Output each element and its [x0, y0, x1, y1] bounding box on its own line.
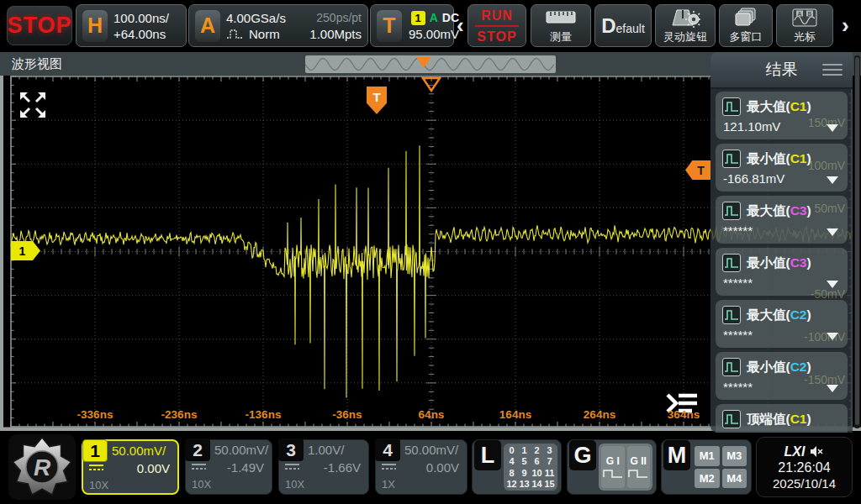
acquire-icon: A: [195, 10, 220, 42]
acquire-mode: Norm: [249, 26, 280, 42]
measure-button[interactable]: 测量: [531, 4, 591, 47]
measurement-pulse-icon: [722, 97, 741, 116]
dc-coupling-icon: [382, 464, 396, 472]
result-item-min-c2[interactable]: 最小值(C2) ******: [716, 352, 848, 400]
generator-2-button[interactable]: G II: [627, 446, 651, 488]
math-m2-button[interactable]: M2: [695, 469, 720, 489]
clock-time: 21:26:04: [778, 460, 830, 475]
channel-2-probe: 10X: [192, 478, 211, 491]
memory-depth: 1.00Mpts: [309, 26, 362, 42]
channel-2-scale: 50.00mV/: [214, 443, 268, 457]
channel-4-probe: 1X: [382, 478, 395, 491]
status-clock-box[interactable]: LXI 21:26:04 2025/10/14: [756, 437, 853, 497]
sample-resolution: 250ps/pt: [316, 10, 362, 26]
result-value: ******: [723, 328, 753, 342]
stop-label2: STOP: [477, 29, 516, 45]
math-m3-button[interactable]: M3: [722, 446, 747, 466]
expand-icon[interactable]: [18, 91, 47, 123]
expand-down-icon[interactable]: [827, 228, 838, 236]
result-label: 顶端值(C1): [747, 411, 811, 428]
channel-2-offset: -1.49V: [227, 460, 264, 475]
sample-rate: 4.00GSa/s: [226, 10, 304, 26]
cursor-button[interactable]: A B 光标: [776, 4, 833, 47]
speaker-muted-icon: [810, 445, 824, 458]
timebase-offset: +64.00ns: [114, 26, 169, 42]
logic-badge: L: [474, 440, 501, 470]
expand-down-icon[interactable]: [827, 176, 838, 184]
channel-1-badge: 1: [82, 439, 108, 462]
result-item-top-c1[interactable]: 顶端值(C1): [716, 404, 848, 433]
acquisition-stop-indicator[interactable]: STOP: [7, 6, 72, 45]
x-axis-label: -236ns: [161, 408, 198, 421]
generator-1-button[interactable]: G I: [601, 446, 625, 488]
result-item-max-c3[interactable]: 最大值(C3) ******: [716, 196, 848, 244]
channel-2-box[interactable]: 2 50.00mV/ -1.49V 10X: [185, 439, 272, 495]
math-m4-button[interactable]: M4: [722, 469, 747, 489]
quick-knob-label: 灵动旋钮: [663, 29, 707, 45]
channel-3-offset: -1.66V: [324, 460, 361, 475]
clock-date: 2025/10/14: [773, 476, 836, 491]
logic-channels-box[interactable]: L 0123 4567 891011 12131415: [472, 439, 562, 495]
trigger-settings-block[interactable]: T 1 A DC 95.00mV: [370, 4, 454, 47]
logic-channel-grid: 0123 4567 891011 12131415: [504, 444, 557, 491]
toolbar-scroll-left[interactable]: ‹: [457, 13, 464, 37]
result-value: ******: [723, 380, 753, 394]
trigger-level: 95.00mV: [409, 26, 459, 42]
trigger-slope: A: [430, 10, 438, 26]
x-axis-label: 64ns: [419, 408, 445, 421]
expand-down-icon[interactable]: [827, 281, 838, 288]
expand-down-icon[interactable]: [827, 124, 838, 132]
x-axis-label: 264ns: [584, 408, 615, 421]
channel-4-box[interactable]: 4 50.00mV/ 0.00V 1X: [375, 439, 467, 495]
rigol-logo[interactable]: R: [8, 434, 76, 500]
default-label: Default: [601, 14, 645, 38]
channel-3-box[interactable]: 3 1.00V/ -1.66V 10X: [278, 439, 369, 495]
run-label: RUN: [481, 8, 513, 24]
horizontal-reference-marker[interactable]: [421, 76, 441, 92]
channel-2-badge: 2: [185, 438, 210, 461]
measurement-pulse-icon: [722, 202, 741, 220]
channel-1-box[interactable]: 1 50.00mV/ 0.00V 10X: [82, 439, 179, 495]
horizontal-icon: H: [82, 10, 108, 42]
hamburger-menu-icon[interactable]: [822, 64, 843, 76]
results-header[interactable]: 结果: [710, 52, 853, 89]
math-box[interactable]: M M1 M3 M2 M4: [661, 439, 752, 495]
run-stop-button[interactable]: RUN STOP: [467, 4, 526, 47]
default-button[interactable]: Default: [594, 4, 652, 47]
square-wave-icon: [627, 468, 649, 479]
expand-down-icon[interactable]: [827, 333, 838, 340]
measurement-pulse-icon: [722, 358, 741, 376]
top-toolbar: STOP H 100.00ns/ +64.00ns A 4.00GSa/s No…: [0, 0, 861, 50]
ruler-icon: [546, 8, 576, 28]
horizontal-navigation-strip[interactable]: [305, 55, 556, 73]
result-item-max-c1[interactable]: 最大值(C1) 121.10mV: [716, 92, 848, 139]
x-axis-label: -36ns: [332, 408, 362, 421]
acquire-settings-block[interactable]: A 4.00GSa/s Norm 250ps/pt 1.00Mpts: [188, 4, 368, 47]
results-scrollbar[interactable]: [854, 55, 860, 428]
results-scrollbar-thumb[interactable]: [855, 57, 859, 425]
generator-box[interactable]: G G I G II: [567, 439, 657, 495]
generator-badge: G: [569, 440, 596, 470]
result-item-min-c3[interactable]: 最小值(C3) ******: [716, 248, 848, 296]
horizontal-settings-block[interactable]: H 100.00ns/ +64.00ns: [76, 4, 187, 47]
results-title: 结果: [766, 59, 798, 81]
channel-3-badge: 3: [278, 438, 304, 461]
result-item-max-c2[interactable]: 最大值(C2) ******: [716, 300, 848, 348]
toolbar-scroll-right[interactable]: ›: [842, 13, 849, 37]
generator-outputs: G I G II: [599, 444, 652, 491]
trigger-flag-label: T: [372, 90, 380, 104]
x-axis-label: 164ns: [499, 408, 531, 421]
result-item-min-c1[interactable]: 最小值(C1) -166.81mV: [716, 144, 848, 192]
stacked-windows-icon: [734, 8, 758, 28]
multi-window-button[interactable]: 多窗口: [719, 4, 773, 47]
svg-text:B: B: [808, 10, 811, 16]
expand-down-icon[interactable]: [827, 385, 838, 392]
trigger-icon: T: [377, 10, 402, 42]
math-m1-button[interactable]: M1: [695, 446, 720, 466]
multi-window-label: 多窗口: [730, 29, 763, 45]
measurement-pulse-icon: [722, 254, 741, 272]
svg-text:A: A: [798, 10, 802, 16]
channel-4-offset: 0.00V: [426, 460, 459, 475]
result-value: ******: [723, 223, 753, 238]
quick-knob-button[interactable]: 灵动旋钮: [655, 4, 716, 47]
